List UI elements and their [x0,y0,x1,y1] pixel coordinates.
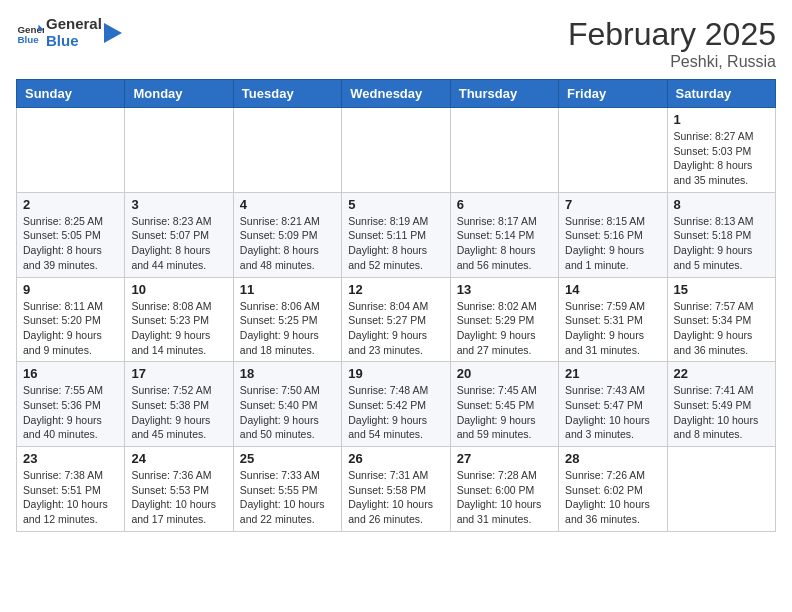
title-block: February 2025 Peshki, Russia [568,16,776,71]
calendar-cell [125,108,233,193]
week-row-5: 23Sunrise: 7:38 AM Sunset: 5:51 PM Dayli… [17,447,776,532]
weekday-header-tuesday: Tuesday [233,80,341,108]
weekday-header-saturday: Saturday [667,80,775,108]
calendar-cell: 13Sunrise: 8:02 AM Sunset: 5:29 PM Dayli… [450,277,558,362]
day-detail: Sunrise: 7:41 AM Sunset: 5:49 PM Dayligh… [674,383,769,442]
day-detail: Sunrise: 8:02 AM Sunset: 5:29 PM Dayligh… [457,299,552,358]
day-number: 2 [23,197,118,212]
day-detail: Sunrise: 8:13 AM Sunset: 5:18 PM Dayligh… [674,214,769,273]
calendar-cell: 5Sunrise: 8:19 AM Sunset: 5:11 PM Daylig… [342,192,450,277]
calendar-cell: 17Sunrise: 7:52 AM Sunset: 5:38 PM Dayli… [125,362,233,447]
calendar-cell: 19Sunrise: 7:48 AM Sunset: 5:42 PM Dayli… [342,362,450,447]
calendar-cell [17,108,125,193]
month-year-title: February 2025 [568,16,776,53]
day-number: 3 [131,197,226,212]
day-number: 22 [674,366,769,381]
day-detail: Sunrise: 7:31 AM Sunset: 5:58 PM Dayligh… [348,468,443,527]
calendar-cell: 16Sunrise: 7:55 AM Sunset: 5:36 PM Dayli… [17,362,125,447]
day-number: 4 [240,197,335,212]
day-number: 20 [457,366,552,381]
day-number: 5 [348,197,443,212]
svg-text:Blue: Blue [17,33,39,44]
day-detail: Sunrise: 7:45 AM Sunset: 5:45 PM Dayligh… [457,383,552,442]
calendar-cell: 26Sunrise: 7:31 AM Sunset: 5:58 PM Dayli… [342,447,450,532]
weekday-header-thursday: Thursday [450,80,558,108]
calendar-cell [450,108,558,193]
calendar-cell: 22Sunrise: 7:41 AM Sunset: 5:49 PM Dayli… [667,362,775,447]
day-number: 1 [674,112,769,127]
day-detail: Sunrise: 7:33 AM Sunset: 5:55 PM Dayligh… [240,468,335,527]
page-header: General Blue General Blue February 2025 … [16,16,776,71]
calendar-cell: 27Sunrise: 7:28 AM Sunset: 6:00 PM Dayli… [450,447,558,532]
day-detail: Sunrise: 8:19 AM Sunset: 5:11 PM Dayligh… [348,214,443,273]
day-detail: Sunrise: 8:17 AM Sunset: 5:14 PM Dayligh… [457,214,552,273]
calendar-cell [233,108,341,193]
calendar-cell: 4Sunrise: 8:21 AM Sunset: 5:09 PM Daylig… [233,192,341,277]
svg-marker-3 [104,23,122,43]
calendar-cell: 15Sunrise: 7:57 AM Sunset: 5:34 PM Dayli… [667,277,775,362]
logo: General Blue General Blue [16,16,122,49]
calendar-cell: 6Sunrise: 8:17 AM Sunset: 5:14 PM Daylig… [450,192,558,277]
day-number: 28 [565,451,660,466]
day-number: 17 [131,366,226,381]
day-number: 19 [348,366,443,381]
calendar-cell: 2Sunrise: 8:25 AM Sunset: 5:05 PM Daylig… [17,192,125,277]
calendar-cell: 3Sunrise: 8:23 AM Sunset: 5:07 PM Daylig… [125,192,233,277]
day-detail: Sunrise: 8:15 AM Sunset: 5:16 PM Dayligh… [565,214,660,273]
weekday-header-wednesday: Wednesday [342,80,450,108]
day-detail: Sunrise: 7:26 AM Sunset: 6:02 PM Dayligh… [565,468,660,527]
logo-general-text: General [46,16,102,33]
week-row-1: 1Sunrise: 8:27 AM Sunset: 5:03 PM Daylig… [17,108,776,193]
day-number: 23 [23,451,118,466]
day-detail: Sunrise: 7:57 AM Sunset: 5:34 PM Dayligh… [674,299,769,358]
day-number: 9 [23,282,118,297]
day-detail: Sunrise: 8:21 AM Sunset: 5:09 PM Dayligh… [240,214,335,273]
day-detail: Sunrise: 8:23 AM Sunset: 5:07 PM Dayligh… [131,214,226,273]
calendar-cell: 1Sunrise: 8:27 AM Sunset: 5:03 PM Daylig… [667,108,775,193]
day-number: 27 [457,451,552,466]
calendar-cell: 20Sunrise: 7:45 AM Sunset: 5:45 PM Dayli… [450,362,558,447]
calendar-cell [342,108,450,193]
logo-blue-text: Blue [46,33,102,50]
day-detail: Sunrise: 7:59 AM Sunset: 5:31 PM Dayligh… [565,299,660,358]
day-detail: Sunrise: 8:25 AM Sunset: 5:05 PM Dayligh… [23,214,118,273]
day-detail: Sunrise: 7:38 AM Sunset: 5:51 PM Dayligh… [23,468,118,527]
day-number: 6 [457,197,552,212]
calendar-cell [667,447,775,532]
calendar-cell: 21Sunrise: 7:43 AM Sunset: 5:47 PM Dayli… [559,362,667,447]
day-detail: Sunrise: 8:27 AM Sunset: 5:03 PM Dayligh… [674,129,769,188]
day-number: 7 [565,197,660,212]
calendar-cell: 9Sunrise: 8:11 AM Sunset: 5:20 PM Daylig… [17,277,125,362]
day-detail: Sunrise: 7:55 AM Sunset: 5:36 PM Dayligh… [23,383,118,442]
weekday-header-monday: Monday [125,80,233,108]
calendar-cell: 14Sunrise: 7:59 AM Sunset: 5:31 PM Dayli… [559,277,667,362]
day-number: 13 [457,282,552,297]
day-number: 16 [23,366,118,381]
day-number: 24 [131,451,226,466]
day-detail: Sunrise: 7:52 AM Sunset: 5:38 PM Dayligh… [131,383,226,442]
weekday-header-sunday: Sunday [17,80,125,108]
logo-triangle-icon [104,23,122,43]
day-number: 18 [240,366,335,381]
day-number: 25 [240,451,335,466]
weekday-header-friday: Friday [559,80,667,108]
day-detail: Sunrise: 7:36 AM Sunset: 5:53 PM Dayligh… [131,468,226,527]
day-number: 15 [674,282,769,297]
day-number: 8 [674,197,769,212]
day-number: 10 [131,282,226,297]
week-row-3: 9Sunrise: 8:11 AM Sunset: 5:20 PM Daylig… [17,277,776,362]
calendar-cell: 23Sunrise: 7:38 AM Sunset: 5:51 PM Dayli… [17,447,125,532]
calendar-cell: 8Sunrise: 8:13 AM Sunset: 5:18 PM Daylig… [667,192,775,277]
calendar-cell: 25Sunrise: 7:33 AM Sunset: 5:55 PM Dayli… [233,447,341,532]
calendar-cell: 28Sunrise: 7:26 AM Sunset: 6:02 PM Dayli… [559,447,667,532]
location-subtitle: Peshki, Russia [568,53,776,71]
day-detail: Sunrise: 8:06 AM Sunset: 5:25 PM Dayligh… [240,299,335,358]
day-detail: Sunrise: 7:43 AM Sunset: 5:47 PM Dayligh… [565,383,660,442]
day-detail: Sunrise: 7:50 AM Sunset: 5:40 PM Dayligh… [240,383,335,442]
calendar-cell: 18Sunrise: 7:50 AM Sunset: 5:40 PM Dayli… [233,362,341,447]
calendar-cell: 7Sunrise: 8:15 AM Sunset: 5:16 PM Daylig… [559,192,667,277]
day-number: 12 [348,282,443,297]
day-detail: Sunrise: 7:48 AM Sunset: 5:42 PM Dayligh… [348,383,443,442]
calendar-table: SundayMondayTuesdayWednesdayThursdayFrid… [16,79,776,532]
day-detail: Sunrise: 8:04 AM Sunset: 5:27 PM Dayligh… [348,299,443,358]
